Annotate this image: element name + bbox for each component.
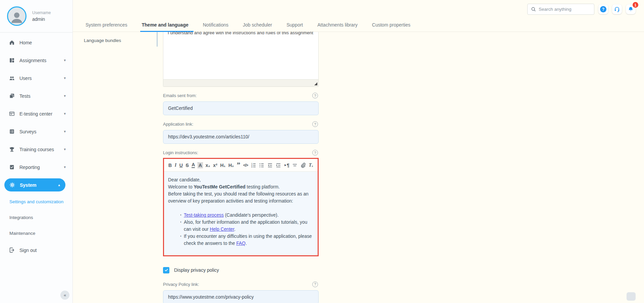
sidebar-item-label: Assignments [19, 58, 46, 63]
reporting-icon [9, 164, 15, 170]
support-button[interactable] [612, 4, 622, 14]
sidebar-item-sign-out[interactable]: Sign out [0, 241, 72, 259]
login-instructions-label: Login instructions: [163, 150, 198, 155]
editor-text: Welcome to [168, 184, 194, 189]
editor-link[interactable]: Test-taking process [184, 213, 224, 218]
avatar [7, 6, 26, 26]
topbar: ? 1 [73, 0, 644, 18]
sub-navigation: Language bundles [73, 32, 163, 303]
subnav-item-language-bundles[interactable]: Language bundles [73, 38, 163, 43]
search-box[interactable] [527, 4, 594, 15]
emails-sent-from-label: Emails sent from: [163, 93, 197, 98]
scroll-corner-button[interactable] [627, 292, 636, 301]
search-input[interactable] [539, 7, 591, 12]
agreement-text: I understand and agree with the instruct… [168, 32, 314, 36]
application-link-input[interactable] [163, 130, 319, 144]
editor-text: . [246, 241, 247, 246]
sidebar-subitem-settings-and-customization[interactable]: Settings and customization [0, 194, 72, 210]
question-icon: ? [600, 6, 606, 12]
tab-custom-properties[interactable]: Custom properties [371, 22, 411, 32]
sidebar-subitem-maintenance[interactable]: Maintenance [0, 225, 72, 241]
superscript-icon[interactable]: x² [213, 163, 217, 168]
strikethrough-icon[interactable]: S [185, 163, 189, 168]
editor-link[interactable]: Help Center [210, 227, 234, 232]
users-icon [9, 75, 15, 81]
headset-icon [614, 6, 620, 12]
editor-body[interactable]: Dear candidate,Welcome to YouTestMe GetC… [164, 172, 318, 255]
chevron-down-icon: ▾ [64, 165, 66, 169]
chevron-up-icon: ▴ [58, 183, 60, 187]
help-button[interactable]: ? [598, 4, 608, 14]
italic-icon[interactable]: I [175, 163, 176, 168]
person-icon [9, 9, 24, 25]
assignments-icon [9, 57, 15, 63]
tab-support[interactable]: Support [285, 22, 304, 32]
help-circle-icon[interactable]: ? [312, 93, 318, 98]
sidebar-collapse-button[interactable]: « [60, 291, 69, 300]
sidebar-item-home[interactable]: Home [0, 34, 72, 51]
editor-link[interactable]: FAQ [236, 241, 246, 246]
bold-icon[interactable]: B [168, 163, 172, 168]
sidebar-item-users[interactable]: Users▾ [0, 69, 72, 87]
main-area: ? 1 System preferencesTheme and language… [73, 0, 644, 303]
user-card[interactable]: Username admin [0, 0, 72, 33]
chevron-down-icon: ▾ [64, 112, 66, 116]
sidebar-subitem-integrations[interactable]: Integrations [0, 210, 72, 225]
subnav-scrollbar-thumb[interactable] [157, 32, 158, 47]
editor-text: Dear candidate, [168, 177, 201, 182]
resize-handle-icon[interactable] [314, 82, 317, 85]
tab-attachments-library[interactable]: Attachments library [316, 22, 359, 32]
editor-bold-text: YouTestMe GetCertified [194, 184, 245, 189]
clear-format-icon[interactable]: Tₓ [309, 163, 313, 168]
sidebar-item-e-testing-center[interactable]: E-testing center▾ [0, 105, 72, 123]
agreement-textarea[interactable]: I understand and agree with the instruct… [163, 32, 319, 87]
tests-icon [9, 93, 15, 99]
tab-notifications[interactable]: Notifications [202, 22, 229, 32]
outdent-icon[interactable] [267, 163, 273, 168]
ordered-list-icon[interactable]: 123 [251, 163, 256, 168]
code-icon[interactable]: </> [243, 163, 248, 167]
blockquote-icon[interactable]: ” [237, 164, 240, 167]
sidebar-item-surveys[interactable]: Surveys▾ [0, 123, 72, 140]
sidebar-item-training-courses[interactable]: Training courses▾ [0, 140, 72, 158]
privacy-policy-link-input[interactable] [163, 290, 319, 303]
chevron-down-icon: ▾ [64, 147, 66, 152]
sidebar-item-label: Surveys [19, 129, 37, 134]
link-icon[interactable] [301, 163, 306, 168]
heading1-icon[interactable]: H₁ [220, 163, 225, 168]
direction-icon[interactable]: ‣¶ [284, 163, 289, 168]
heading2-icon[interactable]: H₂ [228, 163, 234, 168]
sidebar-item-tests[interactable]: Tests▾ [0, 87, 72, 105]
help-circle-icon[interactable]: ? [312, 282, 318, 287]
sidebar-item-reporting[interactable]: Reporting▾ [0, 158, 72, 176]
align-icon[interactable] [292, 163, 298, 168]
tab-system-preferences[interactable]: System preferences [85, 22, 128, 32]
notifications-button[interactable]: 1 [626, 4, 636, 14]
subscript-icon[interactable]: x₂ [206, 163, 210, 168]
emails-sent-from-input[interactable] [163, 101, 319, 115]
editor-text: testing platform. [246, 184, 280, 189]
text-color-icon[interactable]: A [192, 162, 195, 168]
privacy-policy-checkbox[interactable] [163, 267, 169, 273]
editor-text: (Candidate's perspective). [224, 213, 279, 218]
highlight-color-icon[interactable]: A [198, 163, 203, 168]
sidebar-item-label: E-testing center [19, 111, 52, 117]
underline-icon[interactable]: U [179, 163, 183, 168]
content-area: Language bundles I understand and agree … [73, 32, 644, 303]
check-icon [164, 268, 168, 272]
settings-form: I understand and agree with the instruct… [163, 32, 319, 303]
help-circle-icon[interactable]: ? [312, 150, 318, 156]
tab-job-scheduler[interactable]: Job scheduler [242, 22, 273, 32]
editor-bullet-item: Test-taking process (Candidate's perspec… [184, 212, 312, 219]
collapse-icon: « [64, 293, 66, 298]
sidebar-item-system[interactable]: System▴ [4, 178, 65, 191]
sidebar-item-assignments[interactable]: Assignments▾ [0, 51, 72, 69]
sidebar-item-label: Training courses [19, 147, 54, 152]
login-instructions-editor: BIUSAAx₂x²H₁H₂”</>123‣¶Tₓ Dear candidate… [163, 158, 319, 256]
help-circle-icon[interactable]: ? [312, 121, 318, 127]
tab-theme-and-language[interactable]: Theme and language [141, 22, 190, 32]
editor-bullet-list: Test-taking process (Candidate's perspec… [168, 212, 314, 247]
bullet-list-icon[interactable] [259, 163, 264, 168]
application-link-label: Application link: [163, 122, 193, 127]
indent-icon[interactable] [276, 163, 281, 168]
